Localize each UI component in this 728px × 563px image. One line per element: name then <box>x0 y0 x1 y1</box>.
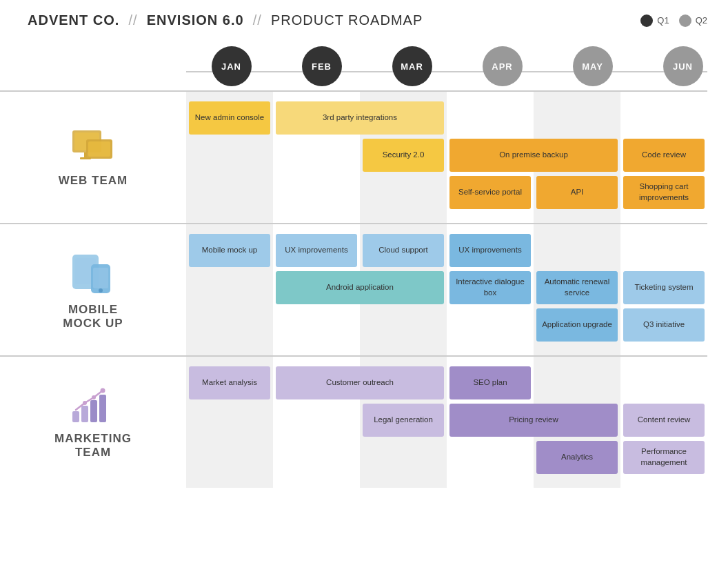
team-row-web-team: WEB TEAMNew admin console3rd party integ… <box>0 90 707 223</box>
task-block: Q3 initiative <box>623 308 705 342</box>
team-label-text: MOBILE MOCK UP <box>63 303 123 330</box>
task-block: Content review <box>623 404 705 437</box>
svg-rect-14 <box>99 395 106 422</box>
svg-point-15 <box>101 388 105 393</box>
legend-q1: Q1 <box>640 14 669 27</box>
product-name: ENVISION 6.0 <box>147 12 244 28</box>
q1-label: Q1 <box>657 15 669 26</box>
team-row-mobile-mock-up: MOBILE MOCK UPMobile mock upUX improveme… <box>0 223 707 355</box>
month-circle-feb: FEB <box>302 46 342 86</box>
months-row: JAN FEB MAR APR MAY JUN <box>0 35 728 90</box>
svg-rect-9 <box>93 268 108 288</box>
task-block: Application upgrade <box>536 308 618 342</box>
month-mar: MAR <box>367 46 457 86</box>
team-label-text: MARKETING TEAM <box>54 432 132 460</box>
page-title: ADVENT CO. // ENVISION 6.0 // PRODUCT RO… <box>28 12 423 28</box>
sep1: // <box>128 12 137 28</box>
month-circle-jun: JUN <box>663 46 703 86</box>
svg-rect-13 <box>90 400 97 422</box>
task-block: UX improvements <box>276 234 357 267</box>
task-block: Ticketing system <box>623 271 705 304</box>
task-block: Customer outreach <box>276 366 444 399</box>
task-block: Analytics <box>536 441 618 474</box>
svg-point-10 <box>99 288 103 293</box>
header: ADVENT CO. // ENVISION 6.0 // PRODUCT RO… <box>0 0 728 35</box>
task-block: SEO plan <box>449 366 531 399</box>
month-may: MAY <box>547 46 638 86</box>
svg-rect-3 <box>88 141 110 157</box>
month-apr: APR <box>457 46 547 86</box>
sep2: // <box>253 12 262 28</box>
task-block: UX improvements <box>449 234 531 267</box>
tasks-area-mobile-mock-up: Mobile mock upUX improvementsCloud suppo… <box>186 224 707 355</box>
team-label-web-team: WEB TEAM <box>0 92 186 223</box>
task-block: Market analysis <box>189 366 270 399</box>
svg-point-17 <box>83 401 87 405</box>
task-block: API <box>536 176 618 209</box>
svg-rect-12 <box>81 406 88 422</box>
month-jan: JAN <box>186 46 276 86</box>
team-label-mobile-mock-up: MOBILE MOCK UP <box>0 224 186 355</box>
task-block: On premise backup <box>449 139 618 172</box>
tasks-area-web-team: New admin console3rd party integrationsS… <box>186 92 707 223</box>
svg-rect-4 <box>84 152 87 158</box>
svg-point-16 <box>92 395 96 399</box>
team-label-marketing-team: MARKETING TEAM <box>0 357 186 488</box>
timeline: JAN FEB MAR APR MAY JUN <box>0 35 728 90</box>
task-block: Self-service portal <box>449 176 531 209</box>
legend: Q1 Q2 <box>640 14 707 27</box>
task-block: Interactive dialogue box <box>449 271 531 304</box>
company-name: ADVENT CO. <box>28 12 119 28</box>
marketing-team-icon <box>69 385 117 426</box>
svg-rect-5 <box>80 157 91 159</box>
task-block: Security 2.0 <box>363 139 444 172</box>
task-block: Android application <box>276 271 444 304</box>
task-block: Automatic renewal service <box>536 271 618 304</box>
month-jun: JUN <box>638 46 728 86</box>
team-row-marketing-team: MARKETING TEAMMarket analysisCustomer ou… <box>0 355 707 488</box>
q2-label: Q2 <box>696 15 707 26</box>
task-block: Shopping cart improvements <box>623 176 705 209</box>
month-feb: FEB <box>276 46 367 86</box>
teams-area: WEB TEAMNew admin console3rd party integ… <box>0 90 728 488</box>
task-block: Mobile mock up <box>189 234 270 267</box>
month-circle-mar: MAR <box>392 46 432 86</box>
task-block: Legal generation <box>363 404 444 437</box>
q2-dot <box>679 14 691 27</box>
svg-rect-11 <box>72 411 79 422</box>
mobile-team-icon <box>69 249 117 297</box>
legend-q2: Q2 <box>679 14 707 27</box>
month-circle-apr: APR <box>483 46 523 86</box>
team-label-text: WEB TEAM <box>59 174 128 188</box>
subtitle: PRODUCT ROADMAP <box>271 12 423 28</box>
task-block: 3rd party integrations <box>276 101 444 135</box>
task-block: Pricing review <box>449 404 618 437</box>
page: ADVENT CO. // ENVISION 6.0 // PRODUCT RO… <box>0 0 728 563</box>
task-block: Performance management <box>623 441 705 474</box>
task-block: New admin console <box>189 101 270 135</box>
q1-dot <box>640 14 653 27</box>
tasks-area-marketing-team: Market analysisCustomer outreachSEO plan… <box>186 357 707 488</box>
task-block: Cloud support <box>363 234 444 267</box>
month-circle-may: MAY <box>573 46 613 86</box>
task-block: Code review <box>623 139 705 172</box>
web-team-icon <box>69 127 117 168</box>
month-circle-jan: JAN <box>212 46 252 86</box>
